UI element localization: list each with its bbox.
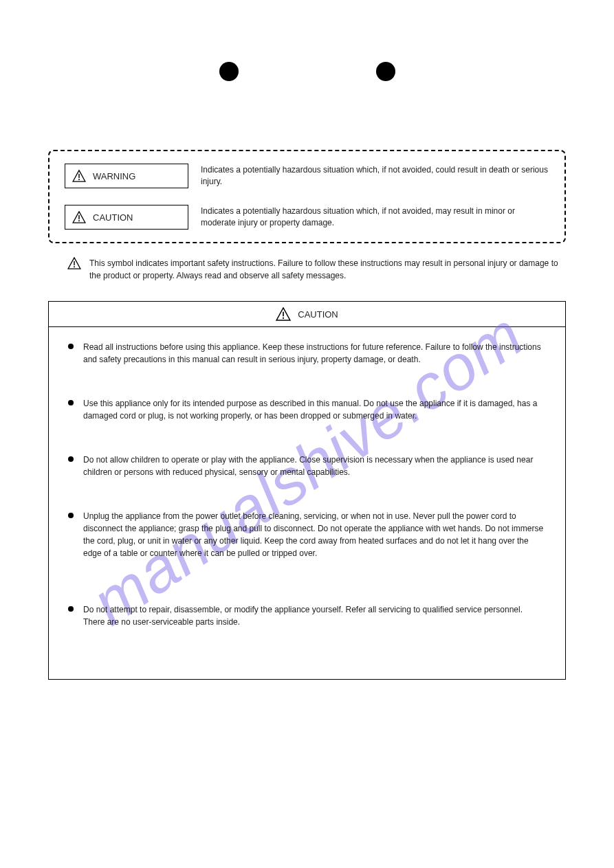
caution-panel-header: CAUTION (49, 302, 565, 327)
caution-description: Indicates a potentially hazardous situat… (188, 205, 549, 229)
caution-label-text: CAUTION (93, 212, 133, 223)
caution-panel: CAUTION Read all instructions before usi… (48, 301, 566, 680)
caution-panel-body: Read all instructions before using this … (49, 327, 565, 679)
svg-point-7 (283, 318, 284, 319)
warning-row: WARNING Indicates a potentially hazardou… (65, 164, 549, 188)
panel-header-triangle-icon (276, 307, 291, 321)
decor-dot-right (376, 62, 395, 81)
header-dots-row (48, 62, 566, 81)
list-item: Use this appliance only for its intended… (68, 397, 546, 436)
warning-label-text: WARNING (93, 171, 135, 181)
svg-point-1 (78, 179, 80, 180)
warning-description: Indicates a potentially hazardous situat… (188, 164, 549, 188)
list-item: Unplug the appliance from the power outl… (68, 510, 546, 586)
list-item: Do not attempt to repair, disassemble, o… (68, 603, 546, 642)
decor-dot-left (219, 62, 239, 81)
list-item-text: Read all instructions before using this … (83, 342, 541, 364)
warning-label-box: WARNING (65, 164, 188, 188)
svg-point-3 (78, 220, 80, 221)
list-item-text: Do not allow children to operate or play… (83, 455, 533, 477)
caution-label-box: CAUTION (65, 205, 188, 230)
list-item-text: Do not attempt to repair, disassemble, o… (83, 605, 523, 627)
page: manualshive.com WARNING Indicates a pote… (0, 0, 614, 868)
signal-words-box: WARNING Indicates a potentially hazardou… (48, 150, 566, 243)
panel-header-text: CAUTION (298, 309, 338, 320)
list-item-text: Unplug the appliance from the power outl… (83, 511, 543, 558)
note-triangle-icon (67, 257, 81, 269)
symbol-note-text: This symbol indicates important safety i… (89, 257, 566, 282)
list-item-text: Use this appliance only for its intended… (83, 399, 537, 421)
caution-triangle-icon (72, 211, 86, 223)
symbol-note-row: This symbol indicates important safety i… (67, 257, 566, 282)
svg-point-5 (74, 266, 75, 267)
top-spacer (48, 109, 566, 150)
caution-row: CAUTION Indicates a potentially hazardou… (65, 205, 549, 230)
list-item: Read all instructions before using this … (68, 341, 546, 379)
caution-bullet-list: Read all instructions before using this … (68, 341, 546, 642)
list-item: Do not allow children to operate or play… (68, 454, 546, 492)
warning-triangle-icon (72, 170, 86, 182)
